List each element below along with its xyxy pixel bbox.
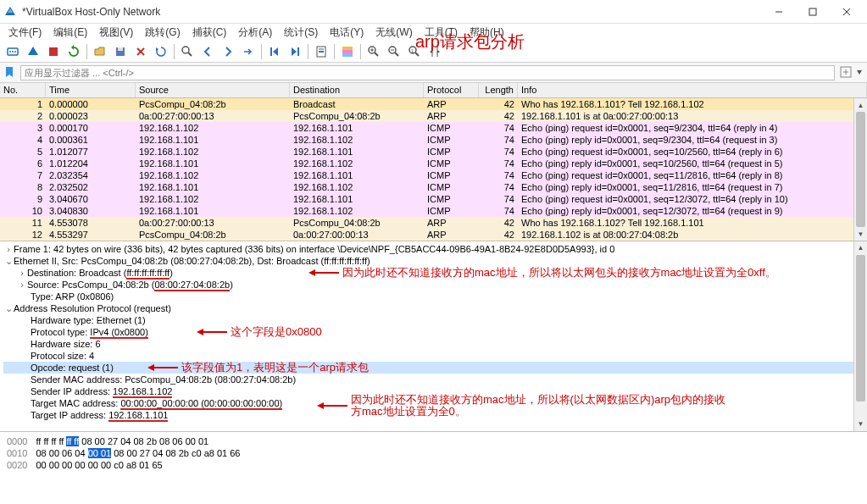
last-button[interactable] [286, 42, 304, 61]
first-button[interactable] [265, 42, 284, 61]
header-source[interactable]: Source [136, 83, 290, 97]
start-capture-button[interactable] [24, 42, 42, 61]
packet-row[interactable]: 114.5530780a:00:27:00:00:13PcsCompu_04:0… [0, 217, 867, 229]
menu-item[interactable]: 捕获(C) [187, 24, 232, 42]
close-button[interactable] [830, 0, 864, 24]
collapse-icon[interactable]: ⌄ [3, 302, 14, 314]
zoom-in-button[interactable] [364, 42, 383, 61]
scroll-down-icon[interactable]: ▼ [854, 227, 867, 241]
svg-line-14 [188, 53, 192, 56]
detail-arp-hw[interactable]: Hardware type: Ethernet (1) [31, 314, 146, 326]
find-button[interactable] [178, 42, 197, 61]
reload-button[interactable] [152, 42, 170, 61]
minimize-button[interactable] [762, 0, 796, 24]
header-no[interactable]: No. [0, 83, 46, 97]
hex-row[interactable]: 0000ff ff ff ff ff ff 08 00 27 04 08 2b … [7, 435, 860, 447]
header-dest[interactable]: Destination [290, 83, 424, 97]
scroll-down-icon[interactable]: ▼ [854, 418, 867, 431]
detail-arp-sender-ip[interactable]: Sender IP address: 192.168.1.102 [31, 385, 172, 397]
header-info[interactable]: Info [518, 83, 867, 97]
packet-list[interactable]: ▲ ▼ 10.000000PcsCompu_04:08:2bBroadcastA… [0, 98, 867, 241]
menu-item[interactable]: 帮助(H) [464, 24, 509, 42]
packet-row[interactable]: 10.000000PcsCompu_04:08:2bBroadcastARP42… [0, 98, 867, 110]
zoom-reset-button[interactable]: 1 [405, 42, 424, 61]
packet-row[interactable]: 72.032354192.168.1.102192.168.1.101ICMP7… [0, 169, 867, 181]
filter-bookmark-icon[interactable] [3, 66, 17, 80]
menu-item[interactable]: 文件(F) [3, 24, 47, 42]
detail-eth-src[interactable]: Source: PcsCompu_04:08:2b (08:00:27:04:0… [27, 279, 233, 291]
hex-row[interactable]: 002000 00 00 00 00 00 c0 a8 01 65 [7, 459, 860, 471]
packet-details[interactable]: ›Frame 1: 42 bytes on wire (336 bits), 4… [0, 241, 867, 431]
collapse-icon[interactable]: ⌄ [3, 255, 14, 267]
detail-eth-dst[interactable]: Destination: Broadcast (ff:ff:ff:ff:ff:f… [27, 267, 173, 279]
menu-item[interactable]: 跳转(G) [140, 24, 185, 42]
svg-point-5 [9, 51, 11, 53]
detail-arp-proto[interactable]: Protocol type: IPv4 (0x0800) [31, 326, 148, 338]
display-filter-input[interactable] [20, 65, 835, 80]
menu-item[interactable]: 工具(T) [420, 24, 463, 42]
packet-row[interactable]: 51.012077192.168.1.102192.168.1.101ICMP7… [0, 146, 867, 158]
packet-row[interactable]: 30.000170192.168.1.102192.168.1.101ICMP7… [0, 122, 867, 134]
menu-item[interactable]: 电话(Y) [325, 24, 369, 42]
goto-button[interactable] [239, 42, 258, 61]
packet-list-header: No. Time Source Destination Protocol Len… [0, 83, 867, 98]
zoom-out-button[interactable] [385, 42, 403, 61]
filter-dropdown-icon[interactable] [855, 68, 864, 78]
menu-item[interactable]: 统计(S) [279, 24, 323, 42]
packet-row[interactable]: 61.012204192.168.1.101192.168.1.102ICMP7… [0, 158, 867, 169]
scroll-up-icon[interactable]: ▲ [854, 241, 867, 255]
filter-expression-button[interactable] [840, 66, 852, 80]
packet-row[interactable]: 20.0000230a:00:27:00:00:13PcsCompu_04:08… [0, 110, 867, 122]
next-button[interactable] [219, 42, 237, 61]
packet-row[interactable]: 103.040830192.168.1.101192.168.1.102ICMP… [0, 205, 867, 217]
resize-columns-button[interactable] [425, 42, 444, 61]
hex-pane[interactable]: 0000ff ff ff ff ff ff 08 00 27 04 08 2b … [0, 431, 867, 474]
detail-arp-target-mac[interactable]: Target MAC address: 00:00:00_00:00:00 (0… [31, 397, 282, 409]
detail-arp-psize[interactable]: Protocol size: 4 [31, 350, 94, 362]
packet-list-scrollbar[interactable]: ▲ ▼ [853, 98, 867, 241]
prev-button[interactable] [198, 42, 217, 61]
svg-line-24 [375, 53, 378, 56]
header-len[interactable]: Length [479, 83, 518, 97]
app-icon [3, 5, 17, 19]
packet-row[interactable]: 82.032502192.168.1.101192.168.1.102ICMP7… [0, 181, 867, 193]
detail-eth-type[interactable]: Type: ARP (0x0806) [31, 291, 114, 302]
svg-rect-21 [342, 50, 353, 53]
stop-capture-button[interactable] [44, 42, 63, 61]
scroll-up-icon[interactable]: ▲ [854, 98, 867, 112]
autoscroll-button[interactable] [312, 42, 331, 61]
menu-item[interactable]: 编辑(E) [48, 24, 92, 42]
expand-icon[interactable]: › [17, 279, 27, 291]
detail-arp-target-ip[interactable]: Target IP address: 192.168.1.101 [31, 409, 168, 421]
header-proto[interactable]: Protocol [424, 83, 479, 97]
maximize-button[interactable] [796, 0, 830, 24]
detail-arp-hwsize[interactable]: Hardware size: 6 [31, 338, 101, 350]
interfaces-button[interactable] [3, 42, 22, 61]
svg-rect-20 [342, 47, 353, 50]
detail-arp-sender-mac[interactable]: Sender MAC address: PcsCompu_04:08:2b (0… [31, 374, 296, 385]
svg-rect-10 [118, 47, 123, 51]
detail-eth[interactable]: Ethernet II, Src: PcsCompu_04:08:2b (08:… [14, 255, 370, 267]
open-button[interactable] [91, 42, 109, 61]
menu-item[interactable]: 无线(W) [370, 24, 417, 42]
packet-row[interactable]: 93.040670192.168.1.102192.168.1.101ICMP7… [0, 193, 867, 205]
svg-rect-22 [342, 53, 353, 57]
colorize-button[interactable] [338, 42, 357, 61]
detail-arp-opcode[interactable]: Opcode: request (1) [31, 362, 114, 374]
expand-icon[interactable]: › [3, 243, 14, 255]
header-time[interactable]: Time [46, 83, 136, 97]
packet-row[interactable]: 124.553297PcsCompu_04:08:2b0a:00:27:00:0… [0, 229, 867, 241]
restart-capture-button[interactable] [64, 42, 83, 61]
details-scrollbar[interactable]: ▲ ▼ [853, 241, 867, 431]
detail-arp[interactable]: Address Resolution Protocol (request) [14, 302, 171, 314]
window-titlebar: *VirtualBox Host-Only Network [0, 0, 867, 24]
hex-row[interactable]: 001008 00 06 04 00 01 08 00 27 04 08 2b … [7, 447, 860, 459]
menu-item[interactable]: 视图(V) [94, 24, 138, 42]
save-button[interactable] [111, 42, 130, 61]
packet-row[interactable]: 40.000361192.168.1.101192.168.1.102ICMP7… [0, 134, 867, 146]
expand-icon[interactable]: › [17, 267, 27, 279]
svg-rect-8 [49, 47, 58, 56]
detail-frame[interactable]: Frame 1: 42 bytes on wire (336 bits), 42… [14, 243, 614, 255]
close-file-button[interactable] [131, 42, 150, 61]
menu-item[interactable]: 分析(A) [233, 24, 277, 42]
